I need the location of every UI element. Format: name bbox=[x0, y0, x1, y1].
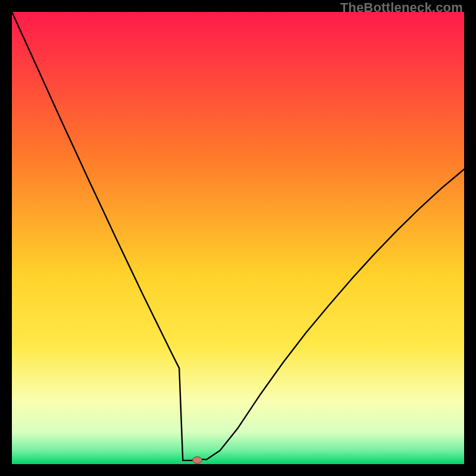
gradient-background bbox=[12, 12, 464, 464]
minimum-marker bbox=[193, 457, 202, 464]
chart-frame bbox=[12, 12, 464, 464]
bottleneck-plot bbox=[12, 12, 464, 464]
watermark-text: TheBottleneck.com bbox=[340, 0, 463, 15]
